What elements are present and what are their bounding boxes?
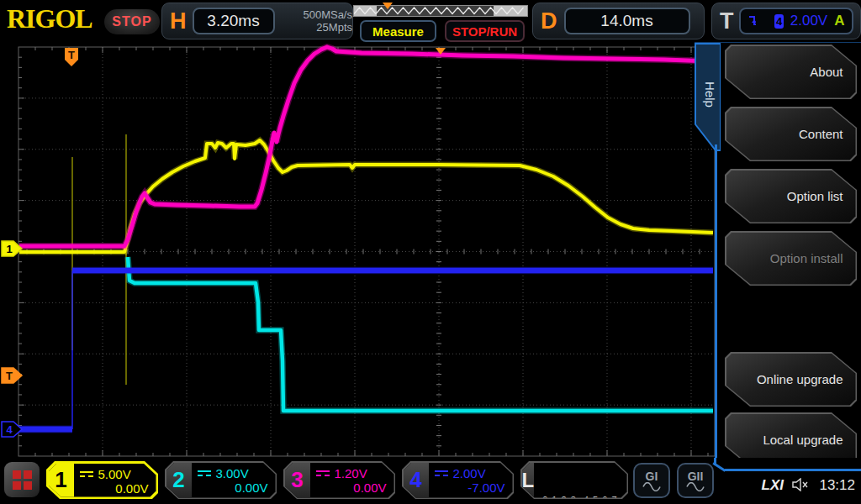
waveform-traces [18,47,713,429]
lxi-indicator: LXI [762,477,784,494]
logic-label: L [522,463,535,498]
dc-coupling-icon [80,471,93,477]
sample-rate: 500MSa/s [282,8,352,21]
generator-1-button[interactable]: GI [633,463,670,498]
speaker-muted-icon[interactable] [792,478,809,491]
svg-text:4: 4 [6,423,13,436]
generator-2-label: GII [688,470,704,482]
trigger-mode: A [834,13,844,29]
oscilloscope-screen: T1T4 RIGOL STOP H 3.20ms 500MSa/s 25Mpts… [0,0,861,504]
delay-panel[interactable]: D 14.0ms [532,3,705,39]
channel-2-offset: 0.00V [198,480,268,495]
menu-button-content[interactable]: Content [725,107,857,161]
stop-run-button[interactable]: STOP/RUN [445,20,525,42]
measure-button[interactable]: Measure [360,20,436,42]
menu-border-segment [712,462,726,472]
grid-icon [13,470,32,490]
channel-3-offset: 0.00V [316,480,387,495]
timebase-value[interactable]: 3.20ms [193,8,275,34]
svg-text:T: T [68,49,75,61]
menu-button-option-list[interactable]: Option list [725,169,857,223]
help-menu: About Content Option list Option install… [721,43,861,472]
channel-2-scale: 3.00V [216,466,249,480]
trace-ch1 [18,140,713,252]
channel-3-badge[interactable]: 3 1.20V 0.00V [283,461,395,499]
menu-button-option-install[interactable]: Option install [725,231,857,286]
waveform-preview-strip[interactable] [353,5,528,17]
menu-button-online-upgrade[interactable]: Online upgrade [725,352,857,407]
svg-text:T: T [6,370,13,382]
channel-1-offset: 0.00V [80,481,149,496]
channel-1-badge[interactable]: 1 5.00V 0.00V [46,461,158,499]
generator-2-button[interactable]: GII [677,463,714,498]
sine-wave-icon [686,482,705,491]
sine-wave-icon [642,482,661,491]
channel-1-scale: 5.00V [98,467,131,481]
dc-coupling-icon [316,470,330,476]
delay-label: D [541,8,557,34]
trigger-label: T [720,8,734,34]
preview-trigger-position-icon [383,3,393,9]
channel-4-badge[interactable]: 4 2.00V -7.00V [402,461,514,499]
trace-ch1-halo [18,140,713,252]
horizontal-panel[interactable]: H 3.20ms 500MSa/s 25Mpts [161,3,353,39]
trace-ch2-halo [128,257,713,411]
channel-2-badge[interactable]: 2 3.00V 0.00V [165,461,277,499]
trigger-status-box[interactable]: 4 2.00V A [739,8,853,34]
generator-1-label: GI [646,470,658,482]
channel-4-offset: -7.00V [435,480,505,495]
channel-1-number: 1 [49,464,74,497]
bottom-status-bar: 1 5.00V 0.00V 2 3.00V 0.00V 3 [0,458,861,504]
trigger-source-badge: 4 [774,14,783,29]
run-state-badge: STOP [104,9,160,34]
channel-4-scale: 2.00V [453,466,486,480]
memory-depth: 25Mpts [282,21,352,34]
top-status-bar: RIGOL STOP H 3.20ms 500MSa/s 25Mpts Meas… [0,0,861,42]
channel-3-scale: 1.20V [335,466,367,480]
trigger-markers: T1T4 [2,48,446,437]
menu-grid-button[interactable] [4,462,40,497]
acquisition-info: 500MSa/s 25Mpts [282,8,352,34]
horizontal-label: H [170,8,187,34]
logic-channel-numbers: 0 1 2 3 4 5 6 7 8 9 1011 12131415 [534,463,636,498]
logic-channels-badge[interactable]: L 0 1 2 3 4 5 6 7 8 9 1011 12131415 [520,461,628,499]
menu-button-about[interactable]: About [725,45,857,99]
help-tab[interactable]: Help [697,66,717,123]
rigol-logo: RIGOL [7,3,92,34]
preview-waveform [354,6,527,16]
delay-value[interactable]: 14.0ms [564,8,690,34]
clock: 13:12 [819,477,855,494]
trigger-panel[interactable]: T 4 2.00V A [711,3,861,39]
trigger-level: 2.00V [790,13,827,29]
menu-border-segment [725,469,861,471]
channel-4-number: 4 [404,463,429,498]
dc-coupling-icon [435,470,448,476]
channel-3-number: 3 [285,463,310,498]
channel-2-number: 2 [166,463,192,498]
svg-text:1: 1 [6,243,12,255]
dc-coupling-icon [198,470,211,476]
falling-edge-icon [747,14,757,28]
